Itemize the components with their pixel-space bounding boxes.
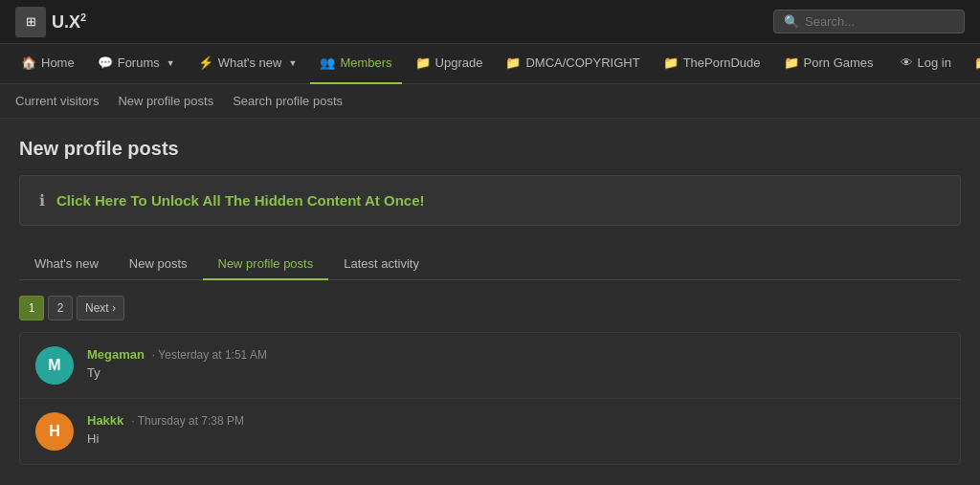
- post-item: H Hakkk · Thursday at 7:38 PM Hi: [20, 399, 960, 464]
- nav-register[interactable]: 📁 Register: [965, 44, 980, 84]
- sub-nav-current-visitors[interactable]: Current visitors: [15, 94, 99, 108]
- post-meta: Hakkk · Thursday at 7:38 PM: [87, 412, 945, 428]
- whats-new-icon: ⚡: [198, 55, 213, 70]
- promo-link[interactable]: Click Here To Unlock All The Hidden Cont…: [56, 192, 424, 209]
- post-text: Hi: [87, 431, 945, 446]
- nav-forums[interactable]: 💬 Forums ▼: [88, 44, 185, 84]
- posts-list: M Megaman · Yesterday at 1:51 AM Ty H Ha…: [19, 332, 961, 465]
- nav-porndude[interactable]: 📁 ThePornDude: [654, 44, 770, 84]
- avatar[interactable]: M: [35, 346, 74, 385]
- home-icon: 🏠: [21, 55, 36, 70]
- nav-bar: 🏠 Home 💬 Forums ▼ ⚡ What's new ▼ 👥 Membe…: [0, 44, 980, 84]
- sub-nav-new-profile-posts[interactable]: New profile posts: [118, 94, 213, 108]
- nav-dmca[interactable]: 📁 DMCA/COPYRIGHT: [496, 44, 649, 84]
- members-icon: 👥: [320, 55, 335, 70]
- nav-forums-label: Forums: [118, 55, 160, 70]
- forums-icon: 💬: [98, 55, 113, 70]
- nav-dmca-label: DMCA/COPYRIGHT: [525, 55, 639, 70]
- upgrade-icon: 📁: [415, 55, 431, 70]
- search-input[interactable]: [805, 14, 954, 29]
- logo-icon: ⊞: [15, 7, 46, 37]
- search-icon: 🔍: [784, 14, 799, 29]
- nav-whats-new[interactable]: ⚡ What's new ▼: [189, 44, 307, 84]
- login-icon: 👁: [901, 55, 913, 70]
- sub-nav-search-profile-posts[interactable]: Search profile posts: [233, 94, 343, 108]
- nav-upgrade[interactable]: 📁 Upgrade: [406, 44, 493, 84]
- post-text: Ty: [87, 365, 945, 380]
- promo-box[interactable]: ℹ Click Here To Unlock All The Hidden Co…: [19, 175, 961, 226]
- nav-porngames[interactable]: 📁 Porn Games: [774, 44, 883, 84]
- main-content: New profile posts ℹ Click Here To Unlock…: [0, 119, 980, 484]
- post-author[interactable]: Megaman: [87, 347, 145, 362]
- tab-whats-new[interactable]: What's new: [19, 249, 114, 280]
- whats-new-chevron-icon: ▼: [288, 58, 297, 68]
- page-1-button[interactable]: 1: [19, 296, 44, 320]
- logo-area[interactable]: ⊞ U.X2: [15, 7, 86, 37]
- post-time: · Thursday at 7:38 PM: [131, 414, 244, 428]
- tab-latest-activity[interactable]: Latest activity: [328, 249, 434, 280]
- nav-right: 👁 Log in 📁 Register: [891, 44, 980, 84]
- post-time: · Yesterday at 1:51 AM: [152, 348, 267, 362]
- search-bar[interactable]: 🔍: [773, 10, 965, 33]
- nav-login-label: Log in: [918, 55, 951, 70]
- nav-home[interactable]: 🏠 Home: [11, 44, 84, 84]
- forums-chevron-icon: ▼: [167, 58, 175, 68]
- post-item: M Megaman · Yesterday at 1:51 AM Ty: [20, 333, 960, 399]
- nav-login[interactable]: 👁 Log in: [891, 44, 961, 84]
- post-content: Megaman · Yesterday at 1:51 AM Ty: [87, 346, 945, 380]
- porngames-icon: 📁: [784, 55, 799, 70]
- post-author[interactable]: Hakkk: [87, 413, 123, 428]
- page-next-button[interactable]: Next ›: [77, 296, 124, 320]
- pagination: 1 2 Next ›: [19, 296, 961, 320]
- top-bar: ⊞ U.X2 🔍: [0, 0, 980, 44]
- post-meta: Megaman · Yesterday at 1:51 AM: [87, 346, 945, 362]
- nav-members[interactable]: 👥 Members: [310, 44, 401, 84]
- nav-porngames-label: Porn Games: [804, 55, 874, 70]
- site-name: U.X2: [52, 11, 86, 33]
- post-content: Hakkk · Thursday at 7:38 PM Hi: [87, 412, 945, 446]
- nav-upgrade-label: Upgrade: [435, 55, 483, 70]
- content-tabs: What's new New posts New profile posts L…: [19, 249, 961, 280]
- promo-info-icon: ℹ: [39, 191, 45, 209]
- page-2-button[interactable]: 2: [48, 296, 73, 320]
- dmca-icon: 📁: [505, 55, 521, 70]
- nav-porndude-label: ThePornDude: [683, 55, 761, 70]
- sub-nav: Current visitors New profile posts Searc…: [0, 84, 980, 119]
- porndude-icon: 📁: [663, 55, 679, 70]
- nav-whats-new-label: What's new: [218, 55, 282, 70]
- nav-members-label: Members: [340, 55, 391, 70]
- page-title: New profile posts: [19, 138, 961, 160]
- register-icon: 📁: [974, 55, 980, 70]
- avatar[interactable]: H: [35, 412, 74, 451]
- nav-home-label: Home: [41, 55, 75, 70]
- tab-new-profile-posts[interactable]: New profile posts: [203, 249, 329, 280]
- tab-new-posts[interactable]: New posts: [114, 249, 203, 280]
